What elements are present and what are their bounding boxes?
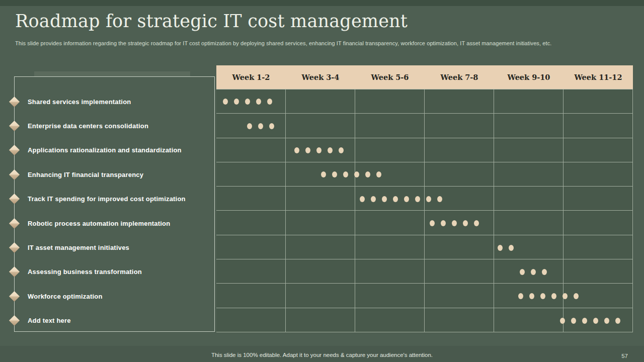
timeline-dot (562, 293, 568, 299)
timeline-dot (328, 147, 333, 153)
task-label: Applications rationalization and standar… (28, 146, 182, 154)
task-row: Applications rationalization and standar… (15, 138, 214, 162)
gantt-header-row: Week 1-2Week 3-4Week 5-6Week 7-8Week 9-1… (216, 65, 633, 89)
diamond-bullet-icon (9, 96, 20, 107)
timeline-dot (371, 196, 376, 202)
diamond-bullet-icon (9, 315, 20, 326)
timeline-dot (343, 171, 348, 177)
timeline-dot (531, 269, 536, 275)
diamond-bullet-icon (9, 218, 20, 228)
task-label: Add text here (28, 317, 71, 324)
column-header: Week 3-4 (286, 65, 355, 89)
timeline-dot (518, 293, 523, 299)
timeline-dot (574, 293, 579, 299)
task-label: Enterprise data centers consolidation (28, 122, 148, 130)
timeline-dot (593, 318, 598, 324)
timeline-dot (365, 171, 370, 177)
timeline-dot (529, 293, 534, 299)
timeline-dot (393, 196, 398, 202)
gantt-dots-layer (216, 89, 633, 332)
diamond-bullet-icon (9, 266, 20, 277)
timeline-dot (267, 99, 272, 105)
timeline-dot (360, 196, 365, 202)
task-row: Assessing business transformation (15, 260, 214, 284)
task-label: Enhancing IT financial transparency (28, 171, 143, 178)
timeline-dot (571, 318, 576, 324)
timeline-dot (256, 99, 261, 105)
task-list-panel: Shared services implementationEnterprise… (14, 76, 215, 332)
diamond-bullet-icon (9, 145, 20, 155)
timeline-dot (354, 171, 359, 177)
timeline-dot (463, 220, 468, 226)
timeline-dot (332, 171, 337, 177)
timeline-dot (305, 147, 310, 153)
page-title: Roadmap for strategic IT cost management (15, 11, 518, 31)
timeline-dot (234, 99, 239, 105)
timeline-dot (430, 220, 435, 226)
task-label: Assessing business transformation (28, 268, 142, 276)
timeline-dot (542, 269, 547, 275)
timeline-dot (582, 318, 587, 324)
gantt-body (216, 89, 633, 332)
timeline-dot (560, 318, 565, 324)
timeline-dot (316, 147, 321, 153)
task-label: Robotic process automation implementatio… (28, 220, 170, 227)
roadmap-gantt-table: Week 1-2Week 3-4Week 5-6Week 7-8Week 9-1… (216, 65, 633, 332)
diamond-bullet-icon (9, 291, 20, 302)
timeline-dot (604, 318, 609, 324)
timeline-dot (258, 123, 263, 129)
timeline-dot (520, 269, 525, 275)
timeline-dot (223, 99, 228, 105)
column-header: Week 11-12 (564, 65, 633, 89)
timeline-dot (294, 147, 299, 153)
task-row: Workforce optimization (15, 284, 214, 308)
task-row: Shared services implementation (15, 89, 214, 114)
task-label: Workforce optimization (28, 293, 103, 300)
timeline-dot (339, 147, 344, 153)
timeline-dot (382, 196, 387, 202)
timeline-dot (615, 318, 620, 324)
timeline-dot (474, 220, 479, 226)
task-row: IT asset management initiatives (15, 235, 214, 259)
timeline-dot (247, 123, 252, 129)
footer-note: This slide is 100% editable. Adapt it to… (0, 352, 644, 358)
timeline-dot (551, 293, 556, 299)
timeline-dot (437, 196, 442, 202)
timeline-dot (404, 196, 409, 202)
diamond-bullet-icon (9, 169, 20, 180)
column-header: Week 1-2 (216, 65, 286, 89)
task-label: Track IT spending for improved cost opti… (28, 195, 186, 203)
column-header: Week 9-10 (494, 65, 564, 89)
page-number: 57 (621, 353, 628, 359)
top-accent-bar (0, 0, 644, 6)
task-row: Add text here (15, 309, 214, 333)
task-label: IT asset management initiatives (28, 244, 129, 251)
timeline-dot (498, 245, 503, 251)
timeline-dot (509, 245, 514, 251)
timeline-dot (245, 99, 250, 105)
task-row: Enhancing IT financial transparency (15, 162, 214, 187)
slide: Roadmap for strategic IT cost management… (0, 0, 644, 362)
task-row: Enterprise data centers consolidation (15, 114, 214, 138)
timeline-dot (269, 123, 274, 129)
timeline-dot (452, 220, 457, 226)
page-subtitle: This slide provides information regardin… (15, 40, 599, 46)
task-row: Robotic process automation implementatio… (15, 211, 214, 235)
timeline-dot (540, 293, 545, 299)
diamond-bullet-icon (9, 242, 20, 253)
task-label: Shared services implementation (28, 98, 131, 106)
timeline-dot (426, 196, 431, 202)
diamond-bullet-icon (9, 194, 20, 204)
column-header: Week 7-8 (425, 65, 494, 89)
task-row: Track IT spending for improved cost opti… (15, 187, 214, 211)
column-header: Week 5-6 (355, 65, 425, 89)
timeline-dot (376, 171, 381, 177)
diamond-bullet-icon (9, 121, 20, 131)
timeline-dot (321, 171, 326, 177)
timeline-dot (441, 220, 446, 226)
timeline-dot (415, 196, 420, 202)
